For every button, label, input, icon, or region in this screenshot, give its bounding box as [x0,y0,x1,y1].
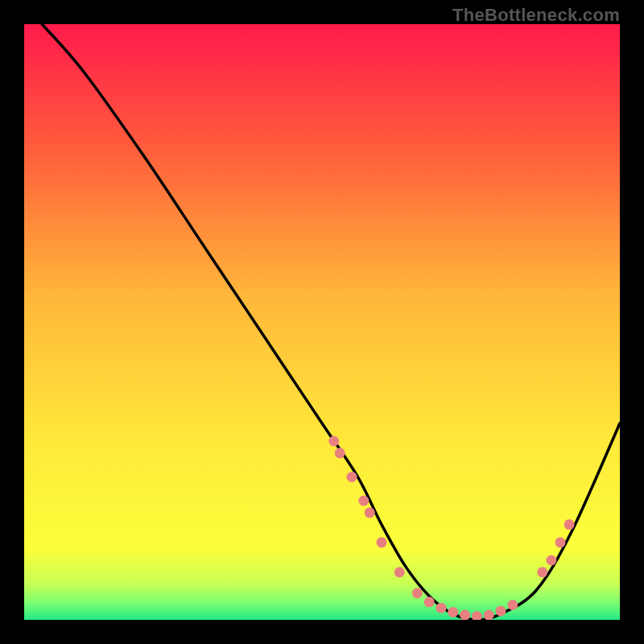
marker-dot [460,610,470,620]
marker-dot [555,537,566,547]
marker-dot [496,605,506,616]
marker-dot [424,597,435,607]
marker-dot [448,607,458,617]
chart-svg [24,24,620,620]
watermark-text: TheBottleneck.com [452,5,620,26]
marker-dot [394,567,405,577]
plot-area [24,24,620,620]
marker-dot [436,603,447,613]
marker-dot [328,436,339,447]
marker-dot [546,555,556,566]
marker-dot [564,519,575,530]
marker-dot [507,600,518,610]
marker-dot [377,537,387,547]
chart-frame: TheBottleneck.com [0,0,644,644]
marker-dot [365,507,375,518]
marker-dot [537,567,547,577]
marker-dot [484,610,494,620]
marker-dot [412,588,423,598]
marker-dot [335,448,345,458]
marker-dot [347,472,357,482]
marker-dot [358,496,369,506]
